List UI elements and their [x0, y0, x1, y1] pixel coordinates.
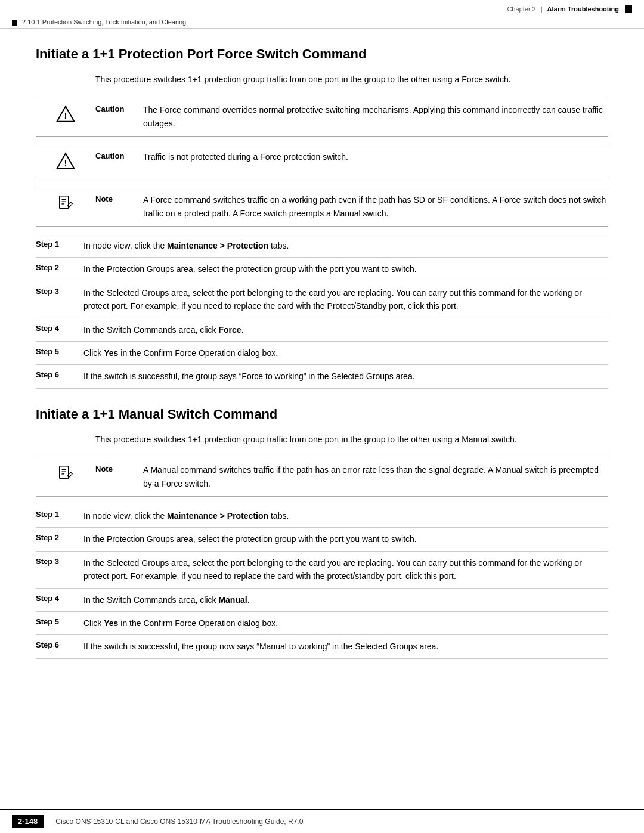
- step-row: Step 1In node view, click the Maintenanc…: [36, 504, 608, 527]
- step-label: Step 2: [36, 262, 83, 272]
- svg-line-13: [70, 472, 72, 474]
- page-footer: 2-148 Cisco ONS 15310-CL and Cisco ONS 1…: [0, 809, 644, 833]
- note1-icon: [57, 194, 74, 211]
- section1-steps: Step 1In node view, click the Maintenanc…: [36, 234, 608, 389]
- step-text: In node view, click the Maintenance > Pr…: [83, 239, 608, 252]
- note2-block: Note A Manual command switches traffic i…: [36, 457, 608, 497]
- step-text: If the switch is successful, the group n…: [83, 640, 608, 653]
- step-text: In the Protection Groups area, select th…: [83, 532, 608, 546]
- step-text: In the Protection Groups area, select th…: [83, 262, 608, 275]
- step-text: Click Yes in the Confirm Force Operation…: [83, 617, 608, 630]
- main-content: Initiate a 1+1 Protection Port Force Swi…: [0, 29, 644, 699]
- step-label: Step 3: [36, 286, 83, 296]
- step-row: Step 5Click Yes in the Confirm Force Ope…: [36, 611, 608, 634]
- note1-label: Note: [95, 193, 143, 203]
- section1-intro: This procedure switches 1+1 protection g…: [95, 73, 608, 86]
- breadcrumb-text: 2.10.1 Protection Switching, Lock Initia…: [22, 18, 186, 26]
- step-row: Step 1In node view, click the Maintenanc…: [36, 234, 608, 257]
- breadcrumb: 2.10.1 Protection Switching, Lock Initia…: [0, 16, 644, 29]
- section2-title: Initiate a 1+1 Manual Switch Command: [36, 407, 608, 422]
- caution1-block: ! Caution The Force command overrides no…: [36, 97, 608, 137]
- note2-icon: [57, 465, 74, 481]
- step-label: Step 1: [36, 509, 83, 519]
- svg-text:!: !: [64, 158, 67, 168]
- caution1-icon: !: [56, 104, 75, 123]
- header-divider: |: [541, 5, 543, 13]
- step-row: Step 2In the Protection Groups area, sel…: [36, 527, 608, 550]
- step-row: Step 5Click Yes in the Confirm Force Ope…: [36, 341, 608, 364]
- caution1-text: The Force command overrides normal prote…: [143, 103, 608, 130]
- step-text: In the Switch Commands area, click Manua…: [83, 593, 608, 606]
- step-text: Click Yes in the Confirm Force Operation…: [83, 346, 608, 360]
- step-label: Step 4: [36, 323, 83, 333]
- svg-text:!: !: [64, 111, 67, 120]
- note1-icon-col: [36, 193, 95, 213]
- step-label: Step 3: [36, 556, 83, 566]
- note1-block: Note A Force command switches traffic on…: [36, 187, 608, 227]
- svg-rect-4: [60, 196, 69, 209]
- caution2-label: Caution: [95, 150, 143, 160]
- step-text: In node view, click the Maintenance > Pr…: [83, 509, 608, 522]
- section2-steps: Step 1In node view, click the Maintenanc…: [36, 504, 608, 659]
- step-label: Step 6: [36, 370, 83, 379]
- caution1-label: Caution: [95, 103, 143, 113]
- step-row: Step 3In the Selected Groups area, selec…: [36, 281, 608, 318]
- note2-text: A Manual command switches traffic if the…: [143, 463, 608, 490]
- caution2-text: Traffic is not protected during a Force …: [143, 150, 608, 163]
- note2-icon-col: [36, 463, 95, 484]
- header-title: Alarm Troubleshooting: [547, 5, 619, 13]
- caution1-icon-col: !: [36, 103, 95, 126]
- section2-intro: This procedure switches 1+1 protection g…: [95, 433, 608, 446]
- note1-text: A Force command switches traffic on a wo…: [143, 193, 608, 220]
- step-text: In the Selected Groups area, select the …: [83, 286, 608, 313]
- page-header: Chapter 2 | Alarm Troubleshooting: [0, 0, 644, 16]
- step-label: Step 2: [36, 532, 83, 542]
- step-label: Step 5: [36, 617, 83, 626]
- footer-doc-title: Cisco ONS 15310-CL and Cisco ONS 15310-M…: [55, 817, 303, 826]
- step-row: Step 4In the Switch Commands area, click…: [36, 318, 608, 341]
- step-row: Step 6If the switch is successful, the g…: [36, 634, 608, 658]
- caution2-icon: !: [56, 151, 75, 171]
- step-row: Step 4In the Switch Commands area, click…: [36, 588, 608, 611]
- step-label: Step 1: [36, 239, 83, 249]
- svg-rect-9: [60, 466, 69, 479]
- page-number: 2-148: [12, 815, 44, 828]
- header-chapter: Chapter 2: [507, 5, 535, 13]
- step-label: Step 5: [36, 346, 83, 356]
- caution2-icon-col: !: [36, 150, 95, 173]
- step-row: Step 3In the Selected Groups area, selec…: [36, 551, 608, 588]
- step-text: In the Selected Groups area, select the …: [83, 556, 608, 583]
- svg-line-8: [70, 202, 72, 204]
- step-label: Step 6: [36, 640, 83, 649]
- step-row: Step 6If the switch is successful, the g…: [36, 364, 608, 388]
- note2-label: Note: [95, 463, 143, 473]
- section1-title: Initiate a 1+1 Protection Port Force Swi…: [36, 47, 608, 62]
- caution2-block: ! Caution Traffic is not protected durin…: [36, 144, 608, 179]
- step-row: Step 2In the Protection Groups area, sel…: [36, 257, 608, 280]
- step-text: If the switch is successful, the group s…: [83, 370, 608, 383]
- step-text: In the Switch Commands area, click Force…: [83, 323, 608, 336]
- step-label: Step 4: [36, 593, 83, 603]
